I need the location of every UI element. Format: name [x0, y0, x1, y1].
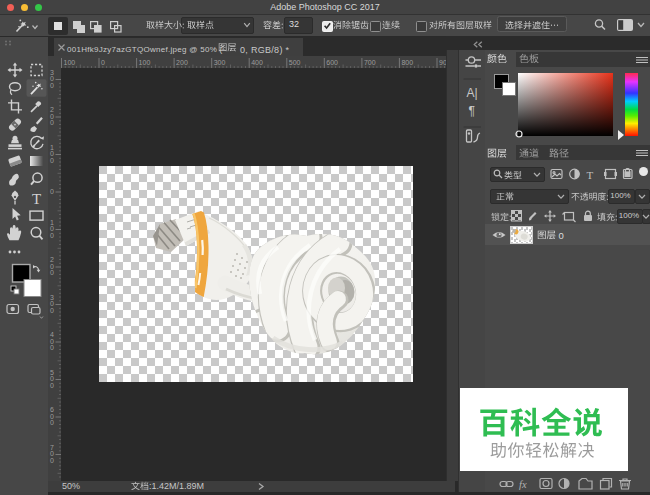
svg-text:100: 100 [139, 59, 151, 66]
svg-text:700: 700 [364, 59, 376, 66]
svg-text:600: 600 [326, 59, 338, 66]
svg-text:0: 0 [50, 269, 54, 276]
svg-text:T: T [32, 191, 41, 207]
svg-text:0: 0 [50, 307, 54, 314]
svg-text:500: 500 [289, 59, 301, 66]
svg-text:0: 0 [50, 82, 54, 89]
svg-text:400: 400 [251, 59, 263, 66]
svg-text:300: 300 [214, 59, 226, 66]
svg-text:0: 0 [50, 457, 54, 464]
svg-text:800: 800 [401, 59, 413, 66]
svg-text:T: T [587, 169, 594, 181]
svg-text:0: 0 [101, 59, 105, 66]
svg-text:0: 0 [50, 382, 54, 389]
svg-text:0: 0 [50, 119, 54, 126]
svg-text:200: 200 [176, 59, 188, 66]
svg-text:0: 0 [50, 232, 54, 239]
svg-text:fx: fx [519, 479, 527, 490]
svg-text:100: 100 [64, 59, 76, 66]
svg-text:0: 0 [50, 419, 54, 426]
svg-text:0: 0 [50, 188, 54, 195]
svg-text:¶: ¶ [469, 104, 475, 118]
svg-text:0: 0 [50, 344, 54, 351]
svg-text:A|: A| [467, 86, 478, 100]
svg-text:0: 0 [50, 157, 54, 164]
